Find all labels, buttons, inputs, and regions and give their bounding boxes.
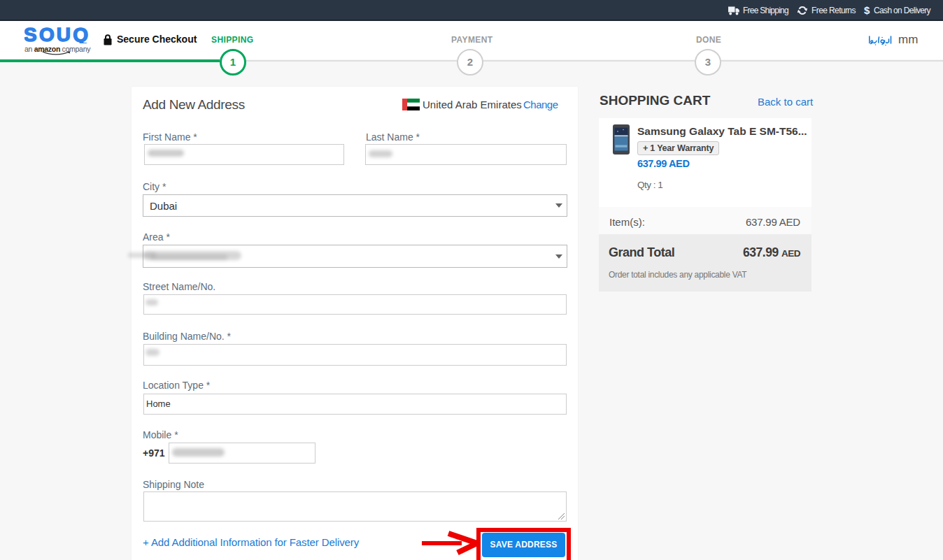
- svg-text:SOUQ: SOUQ: [24, 27, 90, 43]
